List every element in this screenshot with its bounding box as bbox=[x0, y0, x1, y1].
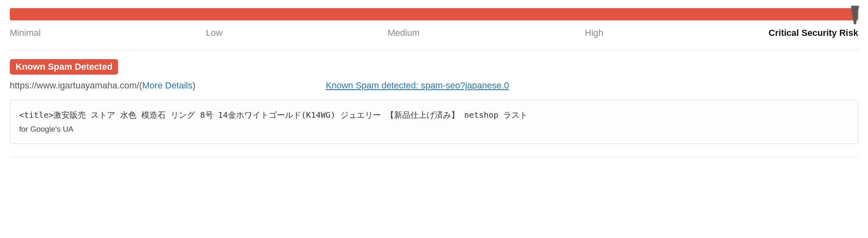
risk-bar-container bbox=[10, 8, 858, 20]
code-line-title: <title>激安販売 ストア 水色 模造石 リング 8号 14金ホワイトゴール… bbox=[19, 108, 849, 121]
code-note: for Google's UA bbox=[19, 123, 849, 135]
close-paren: ) bbox=[193, 80, 195, 91]
bottom-divider bbox=[10, 157, 858, 157]
risk-label-minimal: Minimal bbox=[10, 28, 41, 38]
detection-result-link[interactable]: Known Spam detected: spam-seo?japanese.0 bbox=[326, 80, 509, 91]
risk-label-high: High bbox=[585, 28, 603, 38]
details-row: https://www.igartuayamaha.com/ ( More De… bbox=[10, 80, 858, 91]
more-details-link[interactable]: More Details bbox=[142, 80, 192, 91]
scanned-url: https://www.igartuayamaha.com/ bbox=[10, 80, 139, 91]
risk-bar bbox=[10, 8, 858, 20]
risk-label-critical: Critical Security Risk bbox=[769, 28, 858, 38]
open-paren: ( bbox=[139, 80, 142, 91]
risk-indicator-icon bbox=[849, 5, 861, 27]
risk-label-medium: Medium bbox=[388, 28, 419, 38]
spam-detected-badge: Known Spam Detected bbox=[10, 59, 118, 75]
risk-label-low: Low bbox=[206, 28, 222, 38]
risk-labels-row: Minimal Low Medium High Critical Securit… bbox=[10, 28, 858, 50]
code-sample-box: <title>激安販売 ストア 水色 模造石 リング 8号 14金ホワイトゴール… bbox=[10, 100, 858, 144]
